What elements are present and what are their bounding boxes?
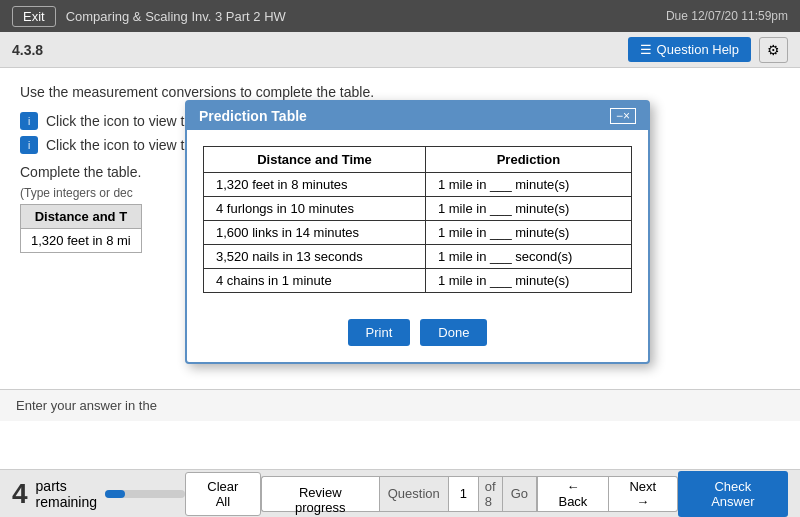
prediction-cell-2-0: 1,600 links in 14 minutes [204,221,426,245]
prediction-cell-0-0: 1,320 feet in 8 minutes [204,173,426,197]
prediction-table-header-distance: Distance and Time [204,147,426,173]
prediction-table-row: 1,600 links in 14 minutes1 mile in ___ m… [204,221,632,245]
prediction-cell-4-0: 4 chains in 1 minute [204,269,426,293]
prediction-cell-0-1: 1 mile in ___ minute(s) [425,173,631,197]
prediction-table-row: 4 furlongs in 10 minutes1 mile in ___ mi… [204,197,632,221]
print-button[interactable]: Print [348,319,411,346]
prediction-table-row: 3,520 nails in 13 seconds1 mile in ___ s… [204,245,632,269]
prediction-table-header-prediction: Prediction [425,147,631,173]
prediction-table-row: 4 chains in 1 minute1 mile in ___ minute… [204,269,632,293]
prediction-cell-2-1: 1 mile in ___ minute(s) [425,221,631,245]
modal-overlay: Prediction Table −× Distance and Time Pr… [0,0,800,517]
modal-body: Distance and Time Prediction 1,320 feet … [187,130,648,309]
prediction-table-modal: Prediction Table −× Distance and Time Pr… [185,100,650,364]
done-button[interactable]: Done [420,319,487,346]
prediction-table-row: 1,320 feet in 8 minutes1 mile in ___ min… [204,173,632,197]
modal-title: Prediction Table [199,108,307,124]
prediction-cell-1-1: 1 mile in ___ minute(s) [425,197,631,221]
prediction-cell-3-0: 3,520 nails in 13 seconds [204,245,426,269]
prediction-table: Distance and Time Prediction 1,320 feet … [203,146,632,293]
prediction-cell-4-1: 1 mile in ___ minute(s) [425,269,631,293]
modal-footer: Print Done [187,309,648,362]
modal-close-button[interactable]: −× [610,108,636,124]
modal-header: Prediction Table −× [187,102,648,130]
prediction-cell-1-0: 4 furlongs in 10 minutes [204,197,426,221]
prediction-cell-3-1: 1 mile in ___ second(s) [425,245,631,269]
